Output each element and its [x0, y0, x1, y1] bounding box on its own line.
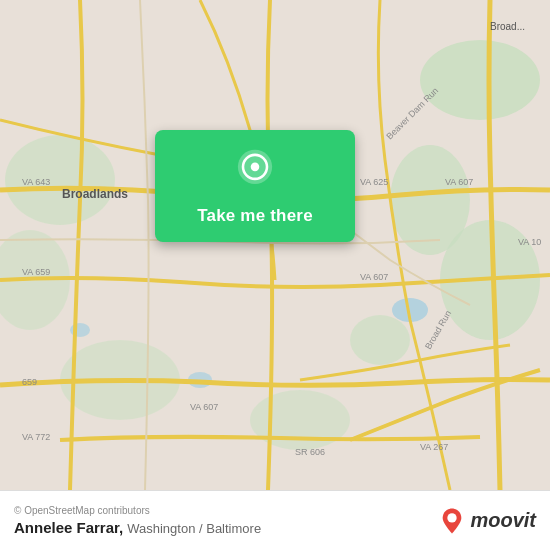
location-card[interactable]: Take me there [155, 130, 355, 242]
footer-text-block: © OpenStreetMap contributors Annelee Far… [14, 505, 438, 536]
svg-text:Broad...: Broad... [490, 21, 525, 32]
svg-text:VA 607: VA 607 [190, 402, 218, 412]
svg-text:SR 606: SR 606 [295, 447, 325, 457]
map-background: VA 643 VA 659 659 VA 772 VA 625 VA 607 V… [0, 0, 550, 490]
svg-point-4 [350, 315, 410, 365]
footer: © OpenStreetMap contributors Annelee Far… [0, 490, 550, 550]
svg-text:659: 659 [22, 377, 37, 387]
map-pin-icon [231, 148, 279, 196]
moovit-pin-icon [438, 507, 466, 535]
svg-point-1 [420, 40, 540, 120]
svg-text:VA 607: VA 607 [360, 272, 388, 282]
moovit-wordmark: moovit [470, 509, 536, 532]
svg-text:VA 607: VA 607 [445, 177, 473, 187]
svg-text:VA 659: VA 659 [22, 267, 50, 277]
svg-text:VA 643: VA 643 [22, 177, 50, 187]
svg-point-30 [448, 513, 457, 522]
take-me-there-button[interactable]: Take me there [197, 206, 313, 226]
svg-text:VA 625: VA 625 [360, 177, 388, 187]
svg-point-29 [251, 163, 260, 172]
location-region: Washington / Baltimore [127, 521, 261, 536]
svg-text:VA 267: VA 267 [420, 442, 448, 452]
moovit-logo: moovit [438, 507, 536, 535]
svg-text:Broadlands: Broadlands [62, 187, 128, 201]
svg-text:VA 10: VA 10 [518, 237, 541, 247]
map-container: VA 643 VA 659 659 VA 772 VA 625 VA 607 V… [0, 0, 550, 490]
location-name: Annelee Farrar, [14, 519, 123, 536]
svg-text:VA 772: VA 772 [22, 432, 50, 442]
copyright-text: © OpenStreetMap contributors [14, 505, 438, 516]
